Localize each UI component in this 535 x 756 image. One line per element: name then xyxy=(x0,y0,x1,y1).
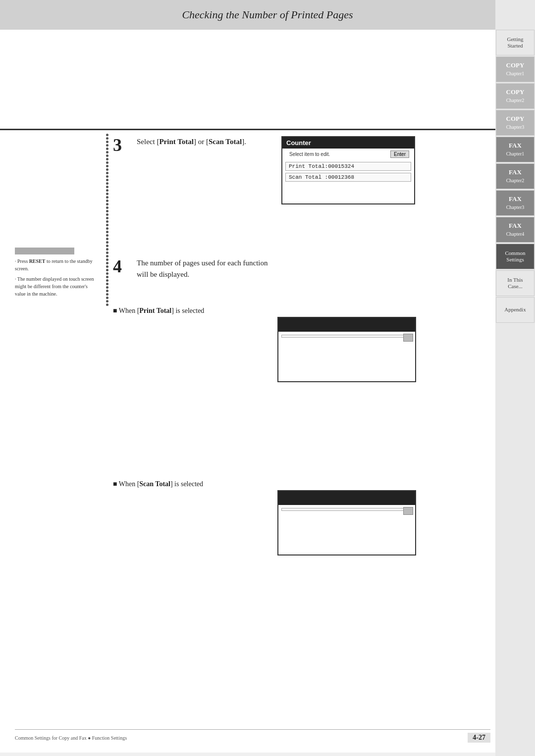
dot xyxy=(106,234,108,237)
dot xyxy=(106,252,108,254)
sidebar-item-fax-chapter3[interactable]: FAXChapter3 xyxy=(496,190,535,216)
main-content: 3 Select [Print Total] or [Scan Total]. … xyxy=(0,30,495,753)
scan-screen-header xyxy=(278,491,415,505)
dot xyxy=(106,279,108,282)
dot xyxy=(106,276,108,278)
note-display: · The number displayed on touch screen m… xyxy=(15,275,97,298)
dot xyxy=(106,269,108,271)
when-scan-total-label: ■ When [Scan Total] is selected xyxy=(113,479,203,488)
step4-number: 4 xyxy=(113,257,122,275)
dot xyxy=(106,290,108,292)
dot xyxy=(106,262,108,264)
dot xyxy=(106,241,108,244)
footer-page: 4-27 xyxy=(468,733,490,743)
sidebar: GettingStarted COPYChapter1 COPYChapter2… xyxy=(495,0,535,756)
sidebar-item-fax-chapter2[interactable]: FAXChapter2 xyxy=(496,163,535,189)
dot xyxy=(106,168,108,171)
dot xyxy=(106,231,108,233)
dot xyxy=(106,283,108,285)
dot xyxy=(106,161,108,164)
dot xyxy=(106,186,108,188)
sidebar-item-common-settings[interactable]: CommonSettings xyxy=(496,244,535,269)
dot xyxy=(106,224,108,226)
counter-scan-total[interactable]: Scan Total :00012368 xyxy=(285,173,411,182)
dots-column xyxy=(102,134,112,306)
dot xyxy=(106,206,108,209)
dot xyxy=(106,175,108,178)
notes-box: · Press RESET to return to the standby s… xyxy=(15,248,97,301)
sidebar-item-copy-chapter2[interactable]: COPYChapter2 xyxy=(496,83,535,109)
dot xyxy=(106,272,108,275)
counter-title: Counter xyxy=(282,137,414,149)
scan-total-screen xyxy=(277,490,416,555)
sidebar-label-in-this-case: In ThisCase... xyxy=(507,277,523,290)
when-print-total-label: ■ When [Print Total] is selected xyxy=(113,306,204,315)
dot xyxy=(106,134,108,136)
sidebar-label-fax1: FAXChapter1 xyxy=(506,142,525,157)
notes-gray-bar xyxy=(15,248,74,254)
scan-total-value xyxy=(281,508,412,511)
dot xyxy=(106,248,108,251)
footer-text: Common Settings for Copy and Fax ● Funct… xyxy=(15,735,127,741)
sidebar-label-copy3: COPYChapter3 xyxy=(506,115,525,130)
sidebar-label-fax2: FAXChapter2 xyxy=(506,168,525,184)
print-screen-icon xyxy=(403,334,413,342)
dot xyxy=(106,220,108,223)
dot xyxy=(106,297,108,299)
dot xyxy=(106,172,108,174)
sidebar-item-copy-chapter1[interactable]: COPYChapter1 xyxy=(496,56,535,82)
dot xyxy=(106,200,108,202)
page-title: Checking the Number of Printed Pages xyxy=(182,8,353,21)
scan-screen-inner xyxy=(278,505,415,554)
dot xyxy=(106,213,108,216)
dot xyxy=(106,189,108,192)
dot xyxy=(106,227,108,230)
dot xyxy=(106,210,108,212)
print-total-value xyxy=(281,335,412,338)
sidebar-item-in-this-case[interactable]: In ThisCase... xyxy=(496,270,535,296)
enter-button[interactable]: Enter xyxy=(390,151,409,158)
sidebar-label-getting-started: GettingStarted xyxy=(507,36,524,49)
sidebar-item-copy-chapter3[interactable]: COPYChapter3 xyxy=(496,110,535,136)
dot xyxy=(106,255,108,257)
print-screen-inner xyxy=(278,332,415,381)
sidebar-label-copy2: COPYChapter2 xyxy=(506,88,525,103)
counter-print-total[interactable]: Print Total:00015324 xyxy=(285,162,411,171)
step3-number: 3 xyxy=(113,136,122,154)
dot xyxy=(106,303,108,306)
dot xyxy=(106,300,108,302)
sidebar-label-fax3: FAXChapter3 xyxy=(506,195,525,210)
dot xyxy=(106,193,108,195)
sidebar-label-copy1: COPYChapter1 xyxy=(506,61,525,77)
dot xyxy=(106,293,108,296)
counter-box: Counter Select item to edit. Enter Print… xyxy=(281,136,415,204)
sidebar-item-fax-chapter1[interactable]: FAXChapter1 xyxy=(496,137,535,162)
sidebar-item-getting-started[interactable]: GettingStarted xyxy=(496,30,535,55)
dot xyxy=(106,196,108,199)
dot xyxy=(106,148,108,150)
dot xyxy=(106,179,108,181)
sidebar-label-fax4: FAXChapter4 xyxy=(506,222,525,237)
sidebar-item-appendix[interactable]: Appendix xyxy=(496,297,535,323)
dot xyxy=(106,258,108,261)
dot xyxy=(106,158,108,160)
dot xyxy=(106,265,108,268)
sidebar-label-common: CommonSettings xyxy=(505,250,526,263)
print-total-screen xyxy=(277,317,416,382)
print-screen-header xyxy=(278,318,415,332)
dot xyxy=(106,286,108,289)
dot xyxy=(106,245,108,247)
step4-text: The number of pages used for each functi… xyxy=(137,257,271,280)
step3-section: 3 Select [Print Total] or [Scan Total]. xyxy=(113,136,271,154)
dot xyxy=(106,217,108,219)
dot xyxy=(106,137,108,140)
dot xyxy=(106,203,108,205)
when-print-label-text: ■ When [Print Total] is selected xyxy=(113,307,204,314)
dot xyxy=(106,141,108,143)
sidebar-item-fax-chapter4[interactable]: FAXChapter4 xyxy=(496,217,535,243)
dot xyxy=(106,144,108,147)
dot xyxy=(106,165,108,167)
when-scan-label-text: ■ When [Scan Total] is selected xyxy=(113,480,203,488)
dot xyxy=(106,151,108,153)
dot xyxy=(106,182,108,185)
